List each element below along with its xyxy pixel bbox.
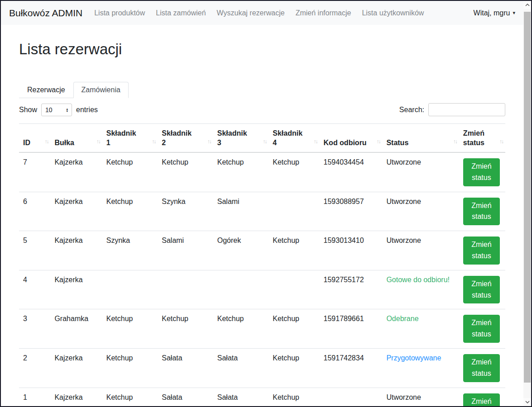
cell-bulka: Kajzerka	[50, 388, 102, 407]
cell-kod-odbioru: 1591742834	[320, 348, 383, 388]
sort-icon: ↑↓	[152, 137, 155, 147]
cell-skladnik-1: Ketchup	[102, 309, 158, 349]
scrollbar-thumb[interactable]	[524, 12, 531, 383]
navbar-link-lista-zam-wie[interactable]: Lista zamówień	[150, 9, 211, 17]
cell-kod-odbioru: 1593088957	[320, 192, 383, 231]
user-dropdown-toggle[interactable]: Witaj, mgru ▾	[474, 9, 515, 17]
cell-skladnik-4: Ketchup	[268, 152, 319, 192]
cell-skladnik-1: Ketchup	[102, 348, 158, 388]
tab-rezerwacje[interactable]: Rezerwacje	[19, 82, 73, 98]
column-header-zmie-status[interactable]: Zmień status↑↓	[459, 124, 505, 153]
entries-label: entries	[76, 106, 98, 114]
change-status-button[interactable]: Zmień status	[463, 237, 500, 265]
navbar-links: Lista produktówLista zamówieńWyszukaj re…	[89, 9, 429, 17]
cell-bulka: Kajzerka	[50, 231, 102, 270]
cell-skladnik-1: Ketchup	[102, 152, 158, 192]
change-status-button[interactable]: Zmień status	[463, 158, 500, 186]
caret-down-icon: ▾	[513, 10, 515, 16]
search-label: Search:	[399, 106, 424, 114]
cell-id: 5	[19, 231, 50, 270]
cell-id: 2	[19, 348, 50, 388]
change-status-button[interactable]: Zmień status	[463, 198, 500, 226]
vertical-scrollbar[interactable]	[523, 1, 531, 406]
change-status-button[interactable]: Zmień status	[463, 354, 500, 382]
sort-icon: ↑↓	[263, 137, 266, 147]
sort-icon: ↑↓	[44, 137, 48, 147]
cell-skladnik-3: Sałata	[213, 388, 269, 407]
cell-id: 6	[19, 192, 50, 231]
cell-skladnik-2: Ketchup	[158, 152, 213, 192]
cell-skladnik-1: Ketchup	[102, 192, 158, 231]
cell-bulka: Kajzerka	[50, 152, 102, 192]
navbar-link-lista-u-ytkownik-w[interactable]: Lista użytkowników	[356, 9, 429, 17]
column-header-id[interactable]: ID↑↓	[19, 124, 50, 153]
scroll-up-button[interactable]	[523, 1, 531, 9]
page-size-value: 10	[45, 106, 53, 114]
scroll-down-button[interactable]	[523, 398, 531, 406]
change-status-button[interactable]: Zmień status	[463, 315, 500, 343]
column-header-sk-adnik-2[interactable]: Składnik 2↑↓	[158, 124, 213, 153]
cell-id: 3	[19, 309, 50, 349]
cell-bulka: Kajzerka	[50, 348, 102, 388]
cell-action: Zmień status	[459, 388, 505, 407]
cell-status: Gotowe do odbioru!	[382, 270, 459, 309]
column-label: Bułka	[54, 138, 74, 147]
user-greeting: Witaj, mgru	[474, 9, 510, 17]
table-row: 5KajzerkaSzynkaSalamiOgórekKetchup159301…	[19, 231, 505, 270]
tab-zam-wienia[interactable]: Zamówienia	[73, 82, 129, 98]
column-label: Status	[386, 138, 408, 147]
cell-skladnik-3	[213, 270, 269, 309]
table-row: 6KajzerkaKetchupSzynkaSalami1593088957Ut…	[19, 192, 505, 231]
sort-icon: ↑↓	[376, 137, 380, 147]
cell-bulka: Grahamka	[50, 309, 102, 349]
column-header-sk-adnik-3[interactable]: Składnik 3↑↓	[213, 124, 269, 153]
navbar-link-wyszukaj-rezerwacje[interactable]: Wyszukaj rezerwacje	[211, 9, 290, 17]
cell-skladnik-3: Salami	[213, 192, 269, 231]
column-label: Składnik 1	[106, 128, 139, 147]
cell-kod-odbioru: 1592755172	[320, 270, 383, 309]
cell-action: Zmień status	[459, 270, 505, 309]
cell-skladnik-2: Sałata	[158, 388, 213, 407]
column-header-bu-ka[interactable]: Bułka↑↓	[50, 124, 102, 153]
table-controls: Show 10 ▴▾ entries Search:	[19, 103, 505, 116]
navbar-link-lista-produkt-w[interactable]: Lista produktów	[89, 9, 150, 17]
sort-icon: ↑↓	[499, 137, 503, 147]
search-input[interactable]	[428, 103, 505, 116]
table-row: 1KajzerkaKetchupSałataSałataKetchupUtwor…	[19, 388, 505, 407]
orders-table: ID↑↓Bułka↑↓Składnik 1↑↓Składnik 2↑↓Skład…	[19, 123, 505, 407]
table-body: 7KajzerkaKetchupKetchupKetchupKetchup159…	[19, 152, 505, 407]
cell-skladnik-4	[268, 192, 319, 231]
cell-skladnik-2: Sałata	[158, 348, 213, 388]
cell-skladnik-4: Ketchup	[268, 309, 319, 349]
cell-status: Przygotowywane	[382, 348, 459, 388]
brand-link[interactable]: Bułkowóz ADMIN	[9, 8, 82, 19]
cell-action: Zmień status	[459, 348, 505, 388]
column-header-kod-odbioru[interactable]: Kod odbioru↑↓	[320, 124, 383, 153]
cell-skladnik-2: Szynka	[158, 192, 213, 231]
cell-kod-odbioru: 1593013410	[320, 231, 383, 270]
sort-icon: ↑↓	[314, 137, 317, 147]
column-header-sk-adnik-1[interactable]: Składnik 1↑↓	[102, 124, 158, 153]
column-label: ID	[23, 138, 30, 147]
cell-skladnik-2: Ketchup	[158, 309, 213, 349]
column-header-status[interactable]: Status↑↓	[382, 124, 459, 153]
cell-skladnik-3: Ketchup	[213, 152, 269, 192]
cell-id: 4	[19, 270, 50, 309]
cell-id: 1	[19, 388, 50, 407]
cell-status: Utworzone	[382, 388, 459, 407]
change-status-button[interactable]: Zmień status	[463, 276, 500, 304]
show-label: Show	[19, 106, 37, 114]
cell-id: 7	[19, 152, 50, 192]
column-header-sk-adnik-4[interactable]: Składnik 4↑↓	[268, 124, 319, 153]
navbar-link-zmie-informacje[interactable]: Zmień informacje	[290, 9, 357, 17]
table-row: 7KajzerkaKetchupKetchupKetchupKetchup159…	[19, 152, 505, 192]
cell-skladnik-2	[158, 270, 213, 309]
cell-status: Utworzone	[382, 152, 459, 192]
cell-status: Odebrane	[382, 309, 459, 349]
cell-skladnik-4: Ketchup	[268, 348, 319, 388]
change-status-button[interactable]: Zmień status	[463, 393, 500, 407]
cell-kod-odbioru: 1594034454	[320, 152, 383, 192]
cell-bulka: Kajzerka	[50, 270, 102, 309]
cell-action: Zmień status	[459, 192, 505, 231]
page-size-select[interactable]: 10 ▴▾	[41, 104, 72, 116]
